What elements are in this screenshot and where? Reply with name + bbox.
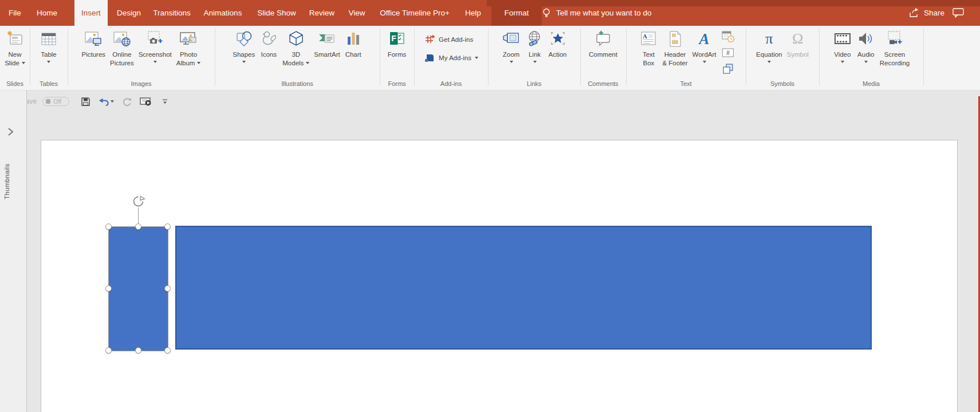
screenshot-button[interactable]: Screenshot xyxy=(136,28,174,64)
autosave-toggle[interactable]: Off xyxy=(42,97,69,106)
ribbon-group-tables: Table Tables xyxy=(30,26,68,91)
customize-qat-button[interactable] xyxy=(161,97,169,105)
tab-transitions[interactable]: Transitions xyxy=(149,0,195,26)
share-button[interactable]: Share xyxy=(909,8,944,18)
ribbon-group-media: Video Audio Screen Recording xyxy=(819,26,923,91)
new-slide-button[interactable]: New Slide xyxy=(2,28,27,69)
rotation-handle[interactable] xyxy=(131,194,145,209)
comment-icon xyxy=(593,29,613,49)
resize-handle-middle-right[interactable] xyxy=(164,285,171,292)
textbox-a-glyph: A xyxy=(643,33,647,40)
smartart-icon xyxy=(317,29,337,49)
comments-pane-icon[interactable] xyxy=(953,8,964,18)
resize-handle-middle-left[interactable] xyxy=(105,285,112,292)
group-label-tables: Tables xyxy=(30,79,68,91)
resize-handle-bottom-left[interactable] xyxy=(105,347,112,354)
tab-slide-show[interactable]: Slide Show xyxy=(253,0,300,26)
icons-button[interactable]: Icons xyxy=(257,28,280,60)
dropdown-arrow-icon xyxy=(47,61,50,63)
shapes-icon xyxy=(235,29,253,49)
group-label-addins: Add-ins xyxy=(414,79,488,91)
large-rectangle-shape[interactable] xyxy=(175,226,872,350)
screen-recording-icon xyxy=(885,29,904,49)
lightbulb-icon xyxy=(542,8,551,18)
ribbon-group-links: Zoom Link Action Links xyxy=(488,26,580,91)
tab-home[interactable]: Home xyxy=(32,0,62,26)
date-time-icon xyxy=(722,30,734,43)
save-button[interactable] xyxy=(80,96,92,108)
action-button[interactable]: Action xyxy=(546,28,569,60)
ribbon-group-addins: Get Add-ins My Add-ins Add-ins xyxy=(414,26,488,91)
slide-number-button[interactable]: # xyxy=(721,46,735,60)
tab-help[interactable]: Help xyxy=(461,0,486,26)
tab-view[interactable]: View xyxy=(345,0,369,26)
tab-review[interactable]: Review xyxy=(306,0,338,26)
group-label-illustrations: Illustrations xyxy=(215,79,380,91)
ribbon-group-comments: Comment Comments xyxy=(580,26,626,91)
ribbon-group-illustrations: Shapes Icons 3D Models xyxy=(215,26,380,91)
zoom-icon xyxy=(502,29,521,49)
table-icon xyxy=(40,29,57,49)
tab-animations[interactable]: Animations xyxy=(199,0,246,26)
forms-button[interactable]: F Forms xyxy=(385,28,409,60)
smartart-button[interactable]: SmartArt xyxy=(312,28,342,60)
text-box-button[interactable]: A Text Box xyxy=(637,28,660,69)
undo-button[interactable] xyxy=(97,96,115,107)
thumbnails-panel[interactable]: Thumbnails xyxy=(0,91,27,412)
object-icon xyxy=(722,62,734,75)
dropdown-arrow-icon xyxy=(242,61,246,63)
chart-button[interactable]: Chart xyxy=(343,28,364,60)
redo-button[interactable] xyxy=(121,96,133,108)
link-button[interactable]: Link xyxy=(524,28,546,64)
video-button[interactable]: Video xyxy=(831,28,855,64)
resize-handle-bottom-center[interactable] xyxy=(135,347,141,354)
zoom-button[interactable]: Zoom xyxy=(499,28,524,64)
pictures-button[interactable]: Pictures xyxy=(80,28,108,60)
my-add-ins-button[interactable]: My Add-ins xyxy=(420,50,482,65)
tab-insert[interactable]: Insert xyxy=(74,0,108,26)
chart-icon xyxy=(345,29,362,49)
table-button[interactable]: Table xyxy=(38,28,60,64)
get-add-ins-button[interactable]: Get Add-ins xyxy=(420,32,482,47)
video-icon xyxy=(833,29,852,49)
resize-handle-top-right[interactable] xyxy=(164,223,171,230)
equation-button[interactable]: π Equation xyxy=(754,28,784,64)
dropdown-arrow-icon xyxy=(111,100,114,103)
small-rectangle-shape-selected[interactable] xyxy=(109,227,168,351)
online-pictures-icon xyxy=(112,29,132,49)
photo-album-button[interactable]: Photo Album xyxy=(174,28,203,69)
wordart-button[interactable]: A WordArt xyxy=(690,28,719,64)
equation-icon: π xyxy=(765,29,773,49)
tab-format[interactable]: Format xyxy=(491,0,542,26)
object-button[interactable] xyxy=(721,62,735,76)
resize-handle-top-left[interactable] xyxy=(105,223,112,230)
dropdown-arrow-icon xyxy=(22,62,25,64)
action-icon xyxy=(549,29,567,49)
shapes-button[interactable]: Shapes xyxy=(230,28,257,64)
expand-thumbnails-chevron-icon[interactable] xyxy=(7,127,16,136)
resize-handle-top-center[interactable] xyxy=(135,223,141,230)
menu-bar: File Home Insert Design Transitions Anim… xyxy=(0,0,980,26)
quick-access-toolbar: AutoSave Off xyxy=(6,93,169,109)
3d-models-button[interactable]: 3D Models xyxy=(280,28,312,69)
tab-file[interactable]: File xyxy=(3,0,26,26)
group-label-slides: Slides xyxy=(0,79,30,91)
ribbon-group-images: Pictures Online Pictures Screenshot xyxy=(68,26,215,91)
date-time-button[interactable] xyxy=(721,30,735,44)
symbol-button[interactable]: Ω Symbol xyxy=(785,28,811,60)
thumbnails-panel-label[interactable]: Thumbnails xyxy=(3,142,15,199)
header-footer-button[interactable]: Header & Footer xyxy=(660,28,690,69)
start-from-slide-button[interactable] xyxy=(139,96,153,107)
tab-office-timeline-pro[interactable]: Office Timeline Pro+ xyxy=(376,0,454,26)
screen-recording-button[interactable]: Screen Recording xyxy=(877,28,912,69)
resize-handle-bottom-right[interactable] xyxy=(164,347,171,354)
audio-button[interactable]: Audio xyxy=(855,28,877,64)
online-pictures-button[interactable]: Online Pictures xyxy=(108,28,136,69)
ribbon-group-symbols: π Equation Ω Symbol Symbols xyxy=(746,26,819,91)
comment-button[interactable]: Comment xyxy=(587,28,620,60)
ribbon: New Slide Slides Table Tables xyxy=(0,26,980,91)
ribbon-group-slides: New Slide Slides xyxy=(0,26,30,91)
get-add-ins-icon xyxy=(424,34,435,45)
tell-me-box[interactable]: Tell me what you want to do xyxy=(542,0,652,26)
tab-design[interactable]: Design xyxy=(113,0,144,26)
